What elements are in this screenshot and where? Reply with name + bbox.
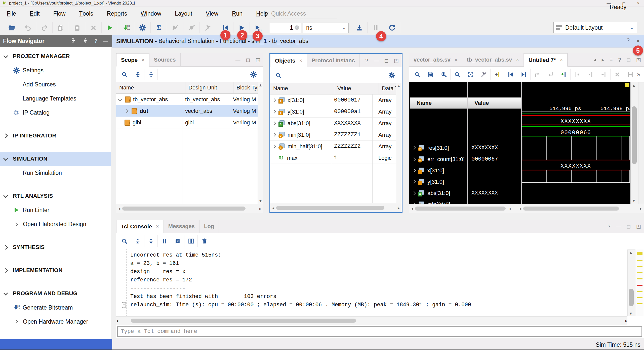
scroll-left-icon[interactable]: ◂	[409, 206, 415, 211]
relaunch-simulation-icon[interactable]	[384, 22, 400, 33]
elaborate-disabled-icon[interactable]	[167, 22, 183, 33]
chevron-right-icon[interactable]	[14, 320, 18, 324]
scroll-right-icon[interactable]: ▸	[638, 206, 644, 211]
table-row[interactable]: vmin[31:0]ZZZZZZZ1Array	[270, 129, 396, 141]
console-horizontal-scrollbar[interactable]: ◂ ▸	[116, 316, 627, 325]
generate-bitstream-icon[interactable]: 0110	[118, 22, 134, 33]
scroll-left-icon[interactable]: ◂	[517, 206, 523, 211]
expand-all-icon[interactable]	[144, 69, 158, 80]
chevron-down-icon[interactable]	[3, 54, 8, 58]
column-header-block-typ[interactable]: Block Typ	[233, 82, 258, 93]
column-header-data-ty[interactable]: Data Ty	[379, 83, 396, 94]
objects-horizontal-scrollbar[interactable]: ◂ ▸	[270, 203, 402, 212]
go-to-time-icon[interactable]	[491, 69, 504, 80]
report-icon[interactable]: Σ	[151, 22, 167, 33]
wave-signal-row[interactable]: Ix[31:0]	[409, 165, 521, 176]
synthesize-disabled-icon[interactable]	[183, 22, 200, 33]
console-vertical-scrollbar[interactable]: ▲ ▼	[627, 249, 635, 316]
paste-icon[interactable]	[69, 22, 85, 33]
chevron-right-icon[interactable]	[125, 109, 129, 113]
help-icon[interactable]: ?	[608, 224, 610, 229]
search-icon[interactable]	[118, 69, 131, 80]
fn-section-header[interactable]: RTL ANALYSIS	[0, 189, 111, 203]
chevron-right-icon[interactable]	[412, 169, 416, 173]
chevron-right-icon[interactable]	[412, 191, 416, 195]
fn-section-header[interactable]: SYNTHESIS	[0, 240, 111, 254]
settings-gear-icon[interactable]	[385, 69, 398, 81]
scroll-right-icon[interactable]: ▸	[396, 206, 402, 210]
save-waveform-icon[interactable]	[424, 69, 437, 80]
zoom-in-icon[interactable]	[437, 69, 451, 80]
window-close-icon[interactable]: ×	[637, 1, 639, 6]
tab-sources[interactable]: Sources	[149, 53, 181, 66]
float-icon[interactable]: ◳	[256, 57, 260, 63]
more-icon[interactable]: »	[635, 69, 642, 80]
tab-list-icon[interactable]: ≡	[610, 57, 613, 63]
waveform-horizontal-scrollbar[interactable]: ◂ ▸ ◂ ▸	[409, 204, 644, 213]
minimize-icon[interactable]: —	[235, 57, 240, 63]
sidebar-item-settings[interactable]: Settings	[0, 63, 111, 77]
scope-horizontal-scrollbar[interactable]: ◂ ▸	[116, 204, 263, 213]
sidebar-item-run-linter[interactable]: Run Linter	[0, 203, 111, 217]
help-icon[interactable]: ?	[618, 57, 621, 63]
minimize-icon[interactable]: —	[103, 38, 108, 44]
chevron-right-icon[interactable]	[3, 245, 8, 249]
search-icon[interactable]	[272, 69, 285, 81]
chevron-right-icon[interactable]	[412, 180, 416, 184]
tab-log[interactable]: Log	[199, 220, 219, 233]
open-folder-icon[interactable]	[4, 22, 20, 33]
collapse-all-icon[interactable]	[131, 69, 144, 80]
step-icon[interactable]	[351, 22, 368, 33]
previous-marker-icon[interactable]	[571, 69, 584, 80]
undo-wave-icon[interactable]	[531, 69, 544, 80]
tab-prev-icon[interactable]: ◂	[594, 57, 596, 63]
remove-marker-icon[interactable]	[597, 69, 611, 80]
maximize-icon[interactable]: ◻	[626, 223, 631, 229]
tab-tb-vector-abs-sv[interactable]: tb_vector_abs.sv×	[462, 53, 524, 66]
search-icon[interactable]	[411, 69, 424, 80]
collapse-all-icon[interactable]	[131, 235, 144, 247]
zoom-fit-icon[interactable]	[464, 69, 477, 80]
menu-view[interactable]: View	[199, 7, 225, 21]
float-icon[interactable]: ◳	[394, 58, 399, 64]
objects-vertical-scrollbar[interactable]: ▲	[396, 83, 402, 203]
chevron-right-icon[interactable]	[272, 121, 276, 125]
tab-untitled-7-[interactable]: Untitled 7*×	[524, 53, 568, 67]
chevron-right-icon[interactable]	[3, 133, 8, 138]
expand-all-icon[interactable]	[144, 235, 158, 247]
redo-icon[interactable]	[36, 22, 53, 33]
delete-wave-icon[interactable]	[611, 69, 624, 80]
close-tab-icon[interactable]: ×	[299, 58, 302, 64]
warning-mark[interactable]	[637, 272, 642, 273]
clear-time-icon[interactable]: ✕	[295, 25, 299, 30]
wave-name-column-header[interactable]: Name	[410, 97, 467, 109]
float-icon[interactable]: ◳	[636, 223, 641, 229]
chevron-down-icon[interactable]	[3, 156, 8, 161]
chevron-right-icon[interactable]	[412, 146, 416, 150]
wave-value-column-header[interactable]: Value	[468, 97, 521, 109]
wave-signal-row[interactable]: vres[31:0]XXXXXXXX	[409, 142, 521, 154]
fn-section-header[interactable]: IP INTEGRATOR	[0, 129, 111, 143]
waveform-canvas[interactable]: 514,996 ps 514,998 ps XXXXXXXX 00000066 …	[522, 82, 630, 204]
close-tab-icon[interactable]: ×	[455, 57, 458, 63]
scroll-left-icon[interactable]: ◂	[116, 206, 122, 211]
run-icon[interactable]	[102, 22, 118, 33]
remove-cursor-icon[interactable]	[477, 69, 491, 80]
scroll-right-icon[interactable]: ▸	[508, 206, 514, 211]
table-row[interactable]: vmin_half[31:0]ZZZZZZZ2Array	[270, 141, 396, 152]
warning-mark[interactable]	[637, 252, 642, 255]
menu-edit[interactable]: Edit	[23, 7, 47, 21]
close-tab-icon[interactable]: ×	[142, 57, 145, 63]
warning-mark[interactable]	[637, 291, 642, 292]
wave-signal-row[interactable]: Iy[31:0]	[409, 176, 521, 187]
chevron-right-icon[interactable]	[272, 98, 276, 102]
close-tab-icon[interactable]: ×	[156, 224, 159, 229]
tab-protocol-instanc[interactable]: Protocol Instanc	[307, 54, 359, 67]
menu-reports[interactable]: Reports	[100, 7, 134, 21]
tab-messages[interactable]: Messages	[164, 220, 199, 233]
quick-access-search[interactable]: Quick Access	[264, 9, 337, 19]
tcl-command-input[interactable]	[117, 326, 642, 337]
chevron-right-icon[interactable]	[412, 157, 416, 161]
sidebar-item-open-elaborated-design[interactable]: Open Elaborated Design	[0, 217, 111, 231]
minimize-icon[interactable]: —	[616, 224, 621, 229]
